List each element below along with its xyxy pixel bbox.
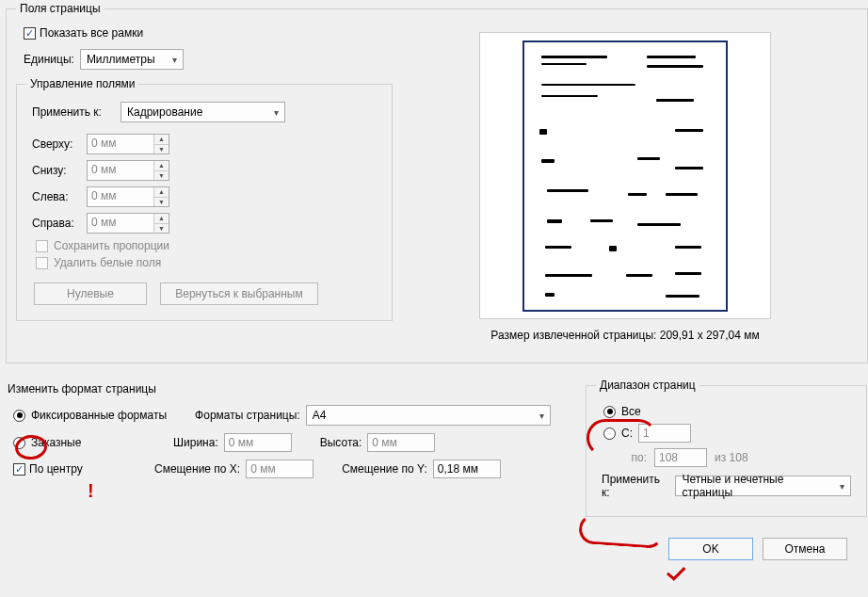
preview-page-frame	[522, 40, 728, 312]
manage-margins-title: Управление полями	[26, 77, 138, 90]
page-formats-value: A4	[313, 409, 534, 422]
show-all-frames-checkbox[interactable]: ✓ Показать все рамки	[24, 26, 393, 40]
offset-y-input[interactable]: 0,18 мм	[433, 460, 501, 478]
center-label: По центру	[29, 462, 83, 476]
cancel-button[interactable]: Отмена	[763, 538, 847, 560]
offset-x-label: Смещение по X:	[154, 462, 240, 476]
bottom-label: Снизу:	[32, 164, 81, 177]
from-label: С:	[621, 427, 633, 440]
of-label: из 108	[715, 451, 748, 464]
radio-icon	[13, 410, 25, 422]
units-label: Единицы:	[24, 53, 74, 66]
chevron-down-icon: ▾	[172, 55, 177, 65]
units-value: Миллиметры	[87, 53, 167, 66]
apply-to-value: Кадрирование	[127, 105, 268, 119]
right-value: 0 мм	[88, 214, 153, 233]
right-label: Справа:	[32, 217, 81, 230]
chevron-down-icon: ▾	[539, 411, 544, 421]
preview-size-label: Размер извлеченной страницы: 209,91 x 29…	[406, 329, 844, 342]
checkbox-icon	[36, 240, 48, 252]
left-spinner[interactable]: 0 мм ▲▼	[87, 186, 169, 207]
width-input[interactable]: 0 мм	[224, 433, 292, 452]
from-input[interactable]: 1	[638, 424, 691, 443]
spin-down-icon[interactable]: ▼	[154, 171, 169, 181]
keep-proportions-checkbox[interactable]: Сохранить пропорции	[36, 239, 382, 252]
apply-to-value: Четные и нечетные страницы	[682, 473, 834, 499]
left-label: Слева:	[32, 190, 81, 203]
chevron-down-icon: ▾	[274, 107, 279, 118]
page-range-group: Диапазон страниц Все С: 1 по: 108 из 108…	[586, 379, 867, 517]
apply-to-select[interactable]: Четные и нечетные страницы ▾	[675, 476, 851, 496]
bottom-spinner[interactable]: 0 мм ▲▼	[87, 160, 169, 181]
custom-label: Заказные	[31, 436, 81, 449]
manage-margins-group: Управление полями Применить к: Кадрирова…	[16, 77, 393, 321]
all-radio[interactable]: Все	[603, 405, 857, 418]
height-input[interactable]: 0 мм	[367, 433, 435, 452]
zero-button[interactable]: Нулевые	[34, 282, 147, 305]
check-icon: ✓	[24, 27, 36, 40]
custom-radio[interactable]: Заказные	[13, 436, 145, 449]
top-spinner[interactable]: 0 мм ▲▼	[87, 134, 169, 154]
keep-proportions-label: Сохранить пропорции	[54, 239, 169, 252]
spin-down-icon[interactable]: ▼	[154, 198, 169, 207]
chevron-down-icon: ▾	[840, 481, 844, 492]
apply-to-select[interactable]: Кадрирование ▾	[121, 102, 285, 122]
annotation-checkmark	[665, 567, 689, 586]
from-radio[interactable]: С: 1	[603, 424, 857, 443]
fixed-formats-radio[interactable]: Фиксированные форматы	[13, 409, 167, 422]
page-formats-label: Форматы страницы:	[195, 409, 300, 422]
to-label: по:	[624, 451, 647, 464]
left-value: 0 мм	[88, 187, 153, 206]
page-margins-group: Поля страницы ✓ Показать все рамки Едини…	[6, 2, 868, 363]
radio-icon	[603, 406, 616, 418]
remove-white-margins-checkbox[interactable]: Удалить белые поля	[36, 256, 382, 269]
page-margins-title: Поля страницы	[16, 2, 104, 15]
spin-down-icon[interactable]: ▼	[154, 145, 169, 154]
fixed-formats-label: Фиксированные форматы	[31, 409, 167, 422]
to-input[interactable]: 108	[654, 448, 707, 467]
show-all-frames-label: Показать все рамки	[40, 26, 143, 40]
spin-up-icon[interactable]: ▲	[154, 135, 169, 145]
top-value: 0 мм	[88, 135, 153, 153]
remove-white-margins-label: Удалить белые поля	[54, 256, 161, 269]
revert-button[interactable]: Вернуться к выбранным	[160, 282, 318, 305]
center-checkbox[interactable]: ✓ По центру	[13, 462, 126, 476]
height-label: Высота:	[320, 436, 362, 449]
page-range-title: Диапазон страниц	[596, 379, 699, 392]
apply-to-label: Применить к:	[32, 105, 115, 119]
bottom-value: 0 мм	[88, 161, 153, 180]
offset-y-label: Смещение по Y:	[342, 462, 427, 476]
page-formats-select[interactable]: A4 ▾	[306, 405, 551, 426]
check-icon: ✓	[13, 463, 25, 476]
spin-down-icon[interactable]: ▼	[154, 224, 169, 234]
units-select[interactable]: Миллиметры ▾	[80, 49, 184, 70]
page-preview	[479, 32, 771, 319]
top-label: Сверху:	[32, 137, 81, 151]
ok-button[interactable]: OK	[668, 538, 753, 560]
spin-up-icon[interactable]: ▲	[154, 214, 169, 224]
width-label: Ширина:	[173, 436, 218, 449]
radio-icon	[603, 428, 616, 440]
spin-up-icon[interactable]: ▲	[154, 161, 169, 171]
offset-x-input[interactable]: 0 мм	[246, 460, 313, 478]
all-label: Все	[621, 405, 641, 418]
right-spinner[interactable]: 0 мм ▲▼	[87, 213, 169, 234]
apply-to-label: Применить к:	[602, 473, 667, 499]
radio-icon	[13, 437, 25, 449]
resize-title: Изменить формат страницы	[8, 382, 580, 395]
spin-up-icon[interactable]: ▲	[154, 187, 169, 198]
checkbox-icon	[36, 257, 48, 269]
